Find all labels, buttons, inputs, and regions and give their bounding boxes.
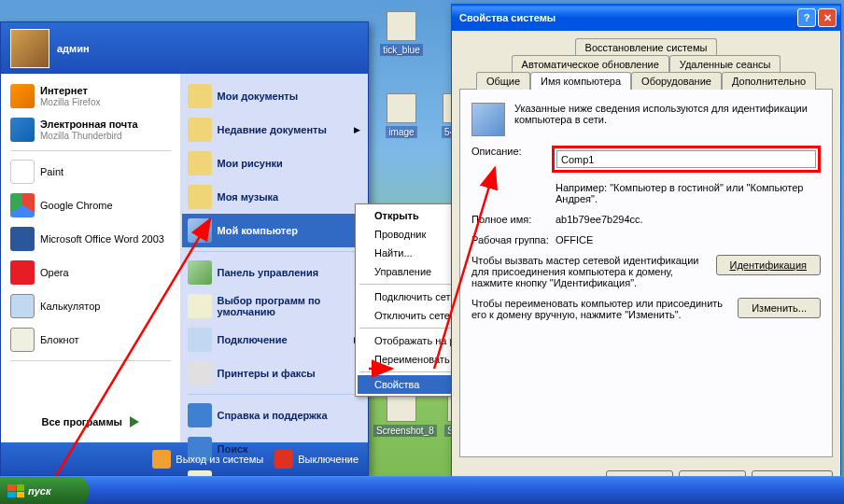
description-input[interactable]: [556, 150, 816, 168]
rename-text: Чтобы переименовать компьютер или присое…: [471, 298, 730, 320]
fullname-label: Полное имя:: [471, 214, 556, 225]
wizard-text: Чтобы вызвать мастер сетевой идентификац…: [471, 255, 709, 288]
icon-label: image: [386, 126, 416, 138]
start-menu-right-panel: Мои документыНедавние документы▶Мои рису…: [180, 74, 368, 442]
tab[interactable]: Дополнительно: [722, 72, 816, 90]
shutdown-button[interactable]: Выключение: [274, 450, 359, 469]
tab[interactable]: Оборудование: [631, 72, 722, 90]
place-icon: [188, 118, 212, 142]
submenu-arrow-icon: ▶: [354, 125, 360, 134]
places-item[interactable]: Мои рисунки: [182, 147, 366, 180]
app-title: Opera: [40, 267, 69, 278]
close-button[interactable]: ✕: [818, 8, 837, 27]
separator: [10, 360, 171, 361]
fullname-value: ab1b79ee7b294cc.: [556, 214, 821, 225]
places-item[interactable]: Панель управления: [182, 256, 366, 289]
place-label: Принтеры и факсы: [218, 368, 316, 379]
tab-strip: Восстановление системыАвтоматическое обн…: [459, 38, 833, 90]
icon-label: Screenshot_8: [373, 425, 437, 437]
place-icon: [188, 84, 212, 108]
place-label: Моя музыка: [218, 191, 279, 203]
app-title: Paint: [40, 166, 63, 177]
desktop-icon[interactable]: tick_blue: [373, 11, 429, 56]
place-icon: [188, 361, 212, 385]
place-icon: [188, 260, 212, 285]
all-programs-label: Все программы: [42, 416, 122, 427]
places-item[interactable]: Моя музыка: [182, 180, 366, 214]
logoff-label: Выход из системы: [176, 454, 263, 465]
place-label: Недавние документы: [218, 124, 327, 135]
app-title: Microsoft Office Word 2003: [40, 233, 164, 245]
app-icon: [10, 193, 35, 217]
places-item[interactable]: Справка и поддержка: [182, 399, 366, 432]
place-icon: [188, 185, 212, 209]
workgroup-label: Рабочая группа:: [471, 234, 556, 245]
help-button[interactable]: ?: [797, 8, 816, 27]
logoff-button[interactable]: Выход из системы: [152, 450, 263, 469]
place-icon: [188, 218, 212, 243]
places-item[interactable]: Мои документы: [182, 79, 366, 113]
place-label: Мой компьютер: [218, 225, 299, 236]
start-label: пуск: [28, 485, 51, 497]
recent-item[interactable]: Google Chrome: [5, 189, 176, 222]
tab[interactable]: Восстановление системы: [575, 38, 718, 56]
recent-item[interactable]: Microsoft Office Word 2003: [5, 222, 176, 256]
app-title: Интернет: [40, 85, 100, 96]
desktop-icon[interactable]: Screenshot_8: [373, 392, 429, 437]
description-hint: Например: "Компьютер в гостиной" или "Ко…: [556, 182, 821, 204]
places-item[interactable]: Недавние документы▶: [182, 113, 366, 147]
taskbar: пуск: [0, 476, 844, 504]
app-subtitle: Mozilla Thunderbird: [40, 131, 122, 141]
dialog-titlebar[interactable]: Свойства системы ? ✕: [452, 5, 840, 31]
username-label: админ: [57, 43, 90, 54]
places-item[interactable]: Выбор программ по умолчанию: [182, 289, 366, 323]
pinned-item[interactable]: ИнтернетMozilla Firefox: [5, 79, 176, 113]
start-button[interactable]: пуск: [0, 477, 89, 504]
place-icon: [188, 328, 212, 352]
app-title: Электронная почта: [40, 119, 138, 130]
tab[interactable]: Общие: [476, 72, 530, 90]
recent-item[interactable]: Блокнот: [5, 323, 176, 357]
identification-button[interactable]: Идентификация: [716, 255, 821, 275]
intro-text: Указанные ниже сведения используются для…: [514, 103, 821, 125]
place-icon: [188, 294, 212, 318]
tab[interactable]: Имя компьютера: [530, 72, 631, 90]
app-icon: [10, 294, 35, 318]
separator: [188, 394, 360, 395]
app-icon: [10, 84, 35, 108]
start-menu-left-panel: ИнтернетMozilla FirefoxЭлектронная почта…: [1, 74, 180, 442]
places-item[interactable]: Принтеры и факсы: [182, 357, 366, 390]
app-icon: [10, 118, 35, 142]
file-icon: [387, 11, 416, 41]
windows-flag-icon: [7, 484, 24, 497]
tab[interactable]: Удаленные сеансы: [669, 55, 781, 73]
desktop-icon[interactable]: image: [373, 93, 429, 138]
places-item[interactable]: Подключение▶: [182, 323, 366, 357]
places-item[interactable]: Мой компьютер: [182, 214, 366, 247]
pinned-item[interactable]: Электронная почтаMozilla Thunderbird: [5, 113, 176, 147]
recent-item[interactable]: Калькулятор: [5, 289, 176, 323]
recent-item[interactable]: Opera: [5, 256, 176, 289]
description-highlight: [552, 146, 821, 173]
shutdown-icon: [274, 450, 293, 469]
system-properties-dialog: Свойства системы ? ✕ Восстановление сист…: [451, 4, 841, 499]
shutdown-label: Выключение: [298, 454, 359, 465]
workgroup-value: OFFICE: [556, 234, 821, 245]
recent-item[interactable]: Paint: [5, 155, 176, 189]
all-programs[interactable]: Все программы: [5, 407, 176, 437]
icon-label: tick_blue: [380, 44, 422, 56]
user-avatar: [10, 29, 49, 68]
dialog-title: Свойства системы: [459, 12, 556, 23]
change-button[interactable]: Изменить...: [738, 298, 821, 318]
start-menu-header: админ: [1, 22, 368, 74]
separator: [10, 150, 171, 151]
app-subtitle: Mozilla Firefox: [40, 97, 100, 107]
logoff-icon: [152, 450, 171, 469]
tab[interactable]: Автоматическое обновление: [512, 55, 669, 73]
file-icon: [387, 93, 416, 123]
place-label: Справка и поддержка: [218, 410, 328, 421]
place-label: Подключение: [218, 334, 288, 345]
separator: [188, 251, 360, 252]
start-menu: админ ИнтернетMozilla FirefoxЭлектронная…: [0, 21, 369, 476]
place-icon: [188, 403, 212, 427]
